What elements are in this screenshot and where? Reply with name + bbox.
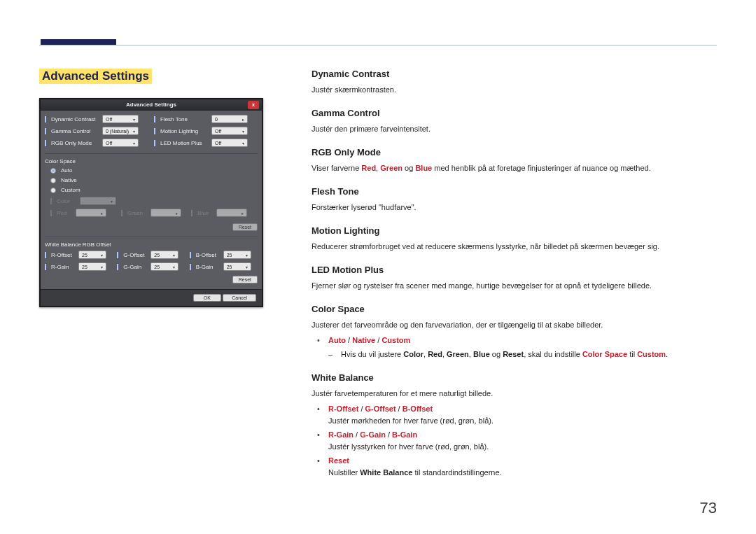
- section-title-color-space: Color Space: [312, 302, 693, 316]
- radio-native[interactable]: [50, 178, 56, 183]
- chevron-right-icon: ▸: [242, 117, 244, 122]
- label-flesh-tone: Flesh Tone: [160, 116, 209, 122]
- label-g-gain: G-Gain: [123, 264, 148, 270]
- white-balance-reset-button[interactable]: Reset: [232, 276, 258, 283]
- page-title: Advanced Settings: [39, 69, 152, 84]
- label-dynamic-contrast: Dynamic Contrast: [51, 116, 100, 122]
- label-blue-disabled: Blue: [197, 210, 214, 216]
- select-r-gain[interactable]: 25▾: [78, 262, 106, 271]
- content-column: Dynamic Contrast Justér skærmkontrasten.…: [312, 67, 693, 489]
- section-body: Justerer det farveområde og den farvevar…: [312, 319, 693, 331]
- section-body: Fjerner slør og rystelser fra scener med…: [312, 280, 693, 292]
- sub-item: Hvis du vil justere Color, Red, Green, B…: [328, 349, 693, 360]
- section-title-rgb-only-mode: RGB Only Mode: [312, 146, 693, 160]
- select-blue-disabled: ▸: [216, 209, 247, 217]
- select-gamma-control[interactable]: 0 (Natural)▾: [102, 127, 139, 135]
- color-space-reset-button: Reset: [232, 223, 258, 231]
- chevron-down-icon: ▾: [133, 117, 135, 122]
- chevron-down-icon: ▾: [133, 129, 135, 134]
- label-green-disabled: Green: [127, 210, 148, 216]
- label-g-offset: G-Offset: [123, 252, 148, 258]
- select-b-offset[interactable]: 25▾: [223, 251, 251, 259]
- white-balance-header: White Balance RGB Offset: [45, 241, 258, 248]
- section-title-flesh-tone: Flesh Tone: [312, 185, 693, 199]
- select-flesh-tone[interactable]: 0▸: [211, 115, 248, 123]
- ok-button[interactable]: OK: [193, 294, 221, 302]
- select-red-disabled: ▸: [76, 209, 106, 217]
- radio-label-custom: Custom: [61, 187, 80, 193]
- advanced-settings-dialog: Advanced Settings x Dynamic ContrastOff▾…: [39, 98, 263, 307]
- section-title-dynamic-contrast: Dynamic Contrast: [312, 67, 693, 81]
- select-motion-lighting[interactable]: Off▾: [211, 127, 248, 135]
- section-body: Forstærker lyserød "hudfarve".: [312, 202, 693, 213]
- section-title-motion-lighting: Motion Lighting: [312, 224, 693, 238]
- list-item: Auto / Native / Custom Hvis du vil juste…: [328, 335, 693, 360]
- select-led-motion-plus[interactable]: Off▾: [211, 139, 248, 147]
- label-b-gain: B-Gain: [196, 264, 221, 270]
- section-title-white-balance: White Balance: [312, 371, 693, 385]
- select-rgb-only-mode[interactable]: Off▾: [102, 139, 139, 147]
- label-motion-lighting: Motion Lighting: [160, 128, 209, 134]
- close-icon[interactable]: x: [248, 101, 259, 109]
- color-space-header: Color Space: [45, 158, 258, 164]
- label-r-offset: R-Offset: [51, 252, 76, 258]
- header-accent: [41, 39, 116, 45]
- chevron-down-icon: ▾: [242, 141, 244, 146]
- select-g-gain[interactable]: 25▾: [150, 262, 178, 271]
- section-body: Justér farvetemperaturen for et mere nat…: [312, 388, 693, 400]
- page-number: 73: [700, 499, 717, 517]
- label-r-gain: R-Gain: [51, 264, 76, 270]
- section-title-gamma-control: Gamma Control: [312, 106, 693, 120]
- list-item: R-Gain / G-Gain / B-Gain Justér lysstyrk…: [328, 429, 693, 452]
- section-body: Viser farverne Red, Green og Blue med he…: [312, 162, 693, 174]
- list-item: R-Offset / G-Offset / B-Offset Justér mø…: [328, 403, 693, 426]
- select-color-disabled: ▾: [80, 197, 116, 205]
- radio-label-auto: Auto: [61, 167, 72, 174]
- select-green-disabled: ▸: [150, 209, 181, 217]
- select-dynamic-contrast[interactable]: Off▾: [102, 115, 139, 123]
- dialog-title-bar: Advanced Settings x: [41, 99, 262, 111]
- label-red-disabled: Red: [57, 210, 74, 216]
- radio-custom[interactable]: [50, 188, 56, 193]
- header-divider: [39, 45, 717, 45]
- label-led-motion-plus: LED Motion Plus: [160, 140, 209, 146]
- select-b-gain[interactable]: 25▾: [223, 262, 251, 271]
- section-title-led-motion-plus: LED Motion Plus: [312, 263, 693, 277]
- list-item: Reset Nulstiller White Balance til stand…: [328, 455, 693, 478]
- select-r-offset[interactable]: 25▾: [78, 251, 106, 259]
- label-gamma-control: Gamma Control: [51, 128, 100, 134]
- section-body: Justér skærmkontrasten.: [312, 84, 693, 96]
- select-g-offset[interactable]: 25▾: [150, 251, 178, 259]
- label-b-offset: B-Offset: [196, 252, 221, 258]
- chevron-down-icon: ▾: [242, 129, 244, 134]
- cancel-button[interactable]: Cancel: [223, 294, 256, 302]
- label-rgb-only-mode: RGB Only Mode: [51, 140, 100, 146]
- chevron-down-icon: ▾: [133, 141, 135, 146]
- dialog-title: Advanced Settings: [126, 101, 176, 108]
- radio-auto[interactable]: [50, 168, 56, 174]
- label-color-disabled: Color: [57, 198, 78, 204]
- section-body: Justér den primære farveintensitet.: [312, 123, 693, 135]
- radio-label-native: Native: [61, 177, 77, 183]
- section-body: Reducerer strømforbruget ved at reducere…: [312, 241, 693, 253]
